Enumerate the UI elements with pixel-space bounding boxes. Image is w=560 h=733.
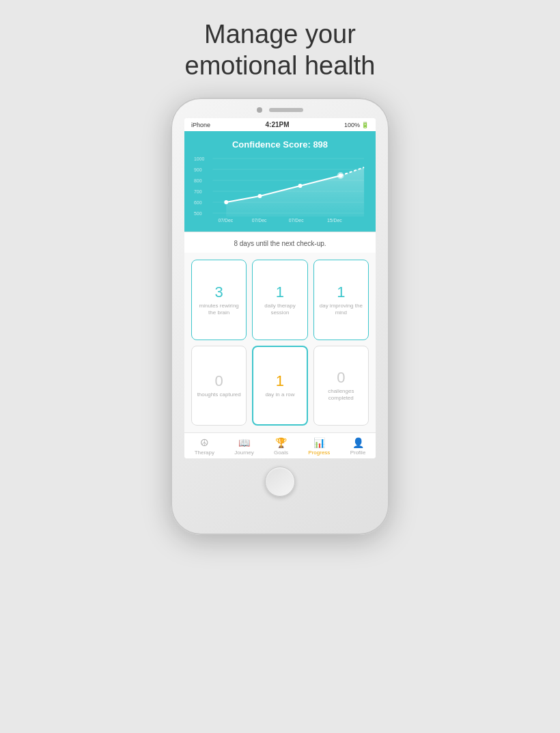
stat-label-3: thoughts captured xyxy=(197,391,241,398)
tab-profile[interactable]: 👤 Profile xyxy=(350,437,366,456)
stat-number-2: 1 xyxy=(337,283,345,301)
tab-progress-label: Progress xyxy=(308,450,330,456)
checkup-text: 8 days until the next check-up. xyxy=(234,240,326,247)
tab-therapy[interactable]: ☮ Therapy xyxy=(195,437,214,456)
chart-title: Confidence Score: 898 xyxy=(193,139,367,150)
svg-point-16 xyxy=(298,184,303,188)
phone-mockup: iPhone 4:21PM 100% 🔋 Confidence Score: 8… xyxy=(171,98,389,535)
stat-challenges[interactable]: 0 challenges completed xyxy=(313,346,369,426)
stat-day-improving[interactable]: 1 day improving the mind xyxy=(313,260,369,340)
phone-top-bar xyxy=(171,98,389,113)
battery-label: 100% 🔋 xyxy=(344,122,369,128)
mute-button xyxy=(168,166,171,186)
svg-text:1000: 1000 xyxy=(194,156,204,161)
stat-number-1: 1 xyxy=(276,283,284,301)
stat-number-3: 0 xyxy=(215,372,223,390)
camera xyxy=(257,107,262,113)
stat-number-5: 0 xyxy=(337,369,345,387)
svg-text:15/Dec: 15/Dec xyxy=(327,218,342,223)
tab-therapy-label: Therapy xyxy=(195,450,214,456)
svg-text:800: 800 xyxy=(194,178,202,183)
svg-point-14 xyxy=(224,200,228,204)
svg-text:07/Dec: 07/Dec xyxy=(218,218,233,223)
tab-goals-label: Goals xyxy=(274,450,288,456)
home-button[interactable] xyxy=(265,467,295,497)
svg-text:500: 500 xyxy=(194,211,202,216)
tab-profile-label: Profile xyxy=(350,450,366,456)
stat-label-5: challenges completed xyxy=(317,388,365,402)
carrier-label: iPhone xyxy=(191,122,210,128)
volume-up-button xyxy=(168,197,171,224)
checkup-banner: 8 days until the next check-up. xyxy=(184,232,376,253)
time-label: 4:21PM xyxy=(265,121,289,128)
stat-label-1: daily therapy session xyxy=(255,303,304,317)
tab-progress[interactable]: 📊 Progress xyxy=(308,437,330,456)
page-title: Manage your emotional health xyxy=(185,19,376,81)
svg-text:07/Dec: 07/Dec xyxy=(252,218,267,223)
svg-point-15 xyxy=(258,194,262,198)
confidence-chart: 1000 900 800 700 600 500 xyxy=(193,155,367,223)
svg-text:900: 900 xyxy=(194,167,202,172)
speaker xyxy=(269,108,303,112)
stat-thoughts[interactable]: 0 thoughts captured xyxy=(191,346,247,426)
stat-number-4: 1 xyxy=(276,372,284,390)
tab-journey-label: Journey xyxy=(234,450,253,456)
tab-journey[interactable]: 📖 Journey xyxy=(234,437,253,456)
progress-icon: 📊 xyxy=(313,437,325,448)
stat-label-4: day in a row xyxy=(265,391,294,398)
svg-text:600: 600 xyxy=(194,200,202,205)
stat-minutes[interactable]: 3 minutes rewiring the brain xyxy=(191,260,247,340)
stats-grid: 3 minutes rewiring the brain 1 daily the… xyxy=(184,253,376,432)
therapy-icon: ☮ xyxy=(200,437,209,448)
tab-bar: ☮ Therapy 📖 Journey 🏆 Goals 📊 Progress 👤… xyxy=(184,432,376,458)
volume-down-button xyxy=(168,231,171,258)
phone-screen: iPhone 4:21PM 100% 🔋 Confidence Score: 8… xyxy=(184,118,376,458)
tab-goals[interactable]: 🏆 Goals xyxy=(274,437,288,456)
journey-icon: 📖 xyxy=(238,437,250,448)
status-bar: iPhone 4:21PM 100% 🔋 xyxy=(184,118,376,131)
stat-day-row[interactable]: 1 day in a row xyxy=(252,346,307,426)
profile-icon: 👤 xyxy=(352,437,364,448)
power-button xyxy=(389,180,392,221)
svg-point-17 xyxy=(339,174,343,178)
goals-icon: 🏆 xyxy=(275,437,287,448)
svg-text:07/Dec: 07/Dec xyxy=(289,218,304,223)
stat-number-0: 3 xyxy=(215,283,223,301)
stat-label-2: day improving the mind xyxy=(317,303,365,317)
stat-therapy[interactable]: 1 daily therapy session xyxy=(252,260,307,340)
stat-label-0: minutes rewiring the brain xyxy=(195,303,243,317)
svg-text:700: 700 xyxy=(194,189,202,194)
chart-area: Confidence Score: 898 1000 900 800 7 xyxy=(184,131,376,232)
